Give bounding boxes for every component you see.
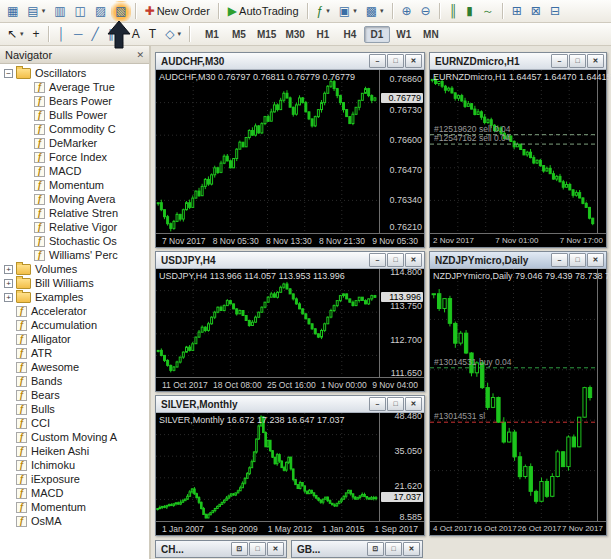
window-titlebar[interactable]: USDJPY,H4 – □ ✕ [156, 252, 424, 269]
navigator-item-ichimoku[interactable]: ƒIchimoku [0, 458, 149, 472]
navigator-item-bulls-power[interactable]: ƒBulls Power [0, 108, 149, 122]
timeframe-m30-button[interactable]: M30 [281, 26, 308, 43]
navigator-item-iexposure[interactable]: ƒiExposure [0, 472, 149, 486]
candlestick-chart-button[interactable]: ▮ [462, 1, 477, 22]
close-button[interactable]: ✕ [587, 253, 604, 267]
window-titlebar[interactable]: SILVER,Monthly – □ ✕ [156, 396, 424, 413]
expand-icon[interactable]: + [4, 279, 13, 288]
cascade-windows-button[interactable]: ⊠ [527, 1, 545, 22]
bar-chart-button[interactable]: ║ [445, 1, 462, 22]
zoom-out-button[interactable]: ⊖ [417, 1, 435, 22]
chart-window-nzdjpy[interactable]: NZDJPYmicro,Daily – □ ✕ #13014531 buy 0.… [429, 251, 607, 536]
market-watch-button[interactable]: ▥ [50, 1, 69, 22]
navigator-item-alligator[interactable]: ƒAlligator [0, 332, 149, 346]
expand-icon[interactable]: + [4, 293, 13, 302]
window-titlebar[interactable]: AUDCHF,M30 – □ ✕ [156, 53, 424, 70]
navigator-item-bands[interactable]: ƒBands [0, 374, 149, 388]
navigator-item-demarker[interactable]: ƒDeMarker [0, 136, 149, 150]
maximize-button[interactable]: □ [569, 54, 586, 68]
navigator-item-bears[interactable]: ƒBears [0, 388, 149, 402]
navigator-item-awesome[interactable]: ƒAwesome [0, 360, 149, 374]
navigator-item-macd[interactable]: ƒMACD [0, 486, 149, 500]
navigator-button[interactable]: ▧ [111, 1, 130, 22]
arrows-tool-button[interactable]: ◇▾ [161, 24, 185, 45]
navigator-item-atr[interactable]: ƒATR [0, 346, 149, 360]
maximize-button[interactable]: □ [385, 542, 402, 556]
chart-window-eurnzd[interactable]: EURNZDmicro,H1 – □ ✕ #12519620 sell 0.04… [429, 52, 607, 248]
zoom-in-button[interactable]: ⊕ [398, 1, 416, 22]
line-chart-button[interactable]: ～ [478, 1, 498, 22]
navigator-item-commodity-c[interactable]: ƒCommodity C [0, 122, 149, 136]
close-button[interactable]: ✕ [405, 54, 422, 68]
maximize-button[interactable]: □ [387, 54, 404, 68]
navigator-item-bill-williams[interactable]: +Bill Williams [0, 276, 149, 290]
navigator-item-relative-stren[interactable]: ƒRelative Stren [0, 206, 149, 220]
navigator-item-stochastic-os[interactable]: ƒStochastic Os [0, 234, 149, 248]
restore-button[interactable]: ⊡ [231, 542, 248, 556]
periods-button[interactable]: ▣▾ [335, 1, 361, 22]
timeframe-mn-button[interactable]: MN [418, 26, 444, 43]
navigator-item-macd[interactable]: ƒMACD [0, 164, 149, 178]
navigator-item-bulls[interactable]: ƒBulls [0, 402, 149, 416]
timeframe-d1-button[interactable]: D1 [364, 26, 390, 43]
crosshair-button[interactable]: + [29, 24, 44, 45]
window-titlebar[interactable]: NZDJPYmicro,Daily – □ ✕ [430, 252, 606, 269]
navigator-item-oscillators[interactable]: −Oscillators [0, 66, 149, 80]
navigator-item-heiken-ashi[interactable]: ƒHeiken Ashi [0, 444, 149, 458]
chart-window-audchf[interactable]: AUDCHF,M30 – □ ✕ AUDCHF,M30 0.76797 0.76… [155, 52, 425, 248]
new-order-button[interactable]: ✚New Order [141, 1, 214, 22]
profiles-button[interactable]: ▤▾ [23, 1, 49, 22]
navigator-item-accelerator[interactable]: ƒAccelerator [0, 304, 149, 318]
chart-plot[interactable]: AUDCHF,M30 0.76797 0.76811 0.76779 0.767… [156, 70, 379, 233]
navigator-item-accumulation[interactable]: ƒAccumulation [0, 318, 149, 332]
terminal-button[interactable]: ▨ [91, 1, 110, 22]
minimize-button[interactable]: – [369, 397, 386, 411]
arrange-icons-button[interactable]: ⊟ [546, 1, 564, 22]
close-icon[interactable]: ✕ [136, 50, 144, 60]
new-chart-button[interactable]: ▦ [3, 1, 22, 22]
text-label-button[interactable]: T [145, 24, 160, 45]
horizontal-line-button[interactable]: ─ [70, 24, 87, 45]
navigator-item-relative-vigor[interactable]: ƒRelative Vigor [0, 220, 149, 234]
minimize-button[interactable]: – [551, 54, 568, 68]
close-button[interactable]: ✕ [267, 542, 284, 556]
vertical-line-button[interactable]: │ [54, 24, 70, 45]
minimized-chart-window-1[interactable]: CH... ⊡ □ ✕ [155, 540, 287, 558]
minimize-button[interactable]: – [369, 54, 386, 68]
templates-button[interactable]: ▩▾ [362, 1, 388, 22]
candlestick-canvas[interactable]: #12519620 sell 0.04#12547162 sell 0.04 [430, 70, 597, 233]
minimize-button[interactable]: – [551, 253, 568, 267]
navigator-item-williams-perc[interactable]: ƒWilliams' Perc [0, 248, 149, 262]
text-button[interactable]: A [128, 24, 144, 45]
timeframe-h4-button[interactable]: H4 [337, 26, 363, 43]
maximize-button[interactable]: □ [569, 253, 586, 267]
navigator-item-force-index[interactable]: ƒForce Index [0, 150, 149, 164]
navigator-item-moving-avera[interactable]: ƒMoving Avera [0, 192, 149, 206]
timeframe-h1-button[interactable]: H1 [310, 26, 336, 43]
indicators-button[interactable]: ƒ▾ [313, 1, 334, 22]
chart-window-silver[interactable]: SILVER,Monthly – □ ✕ SILVER,Monthly 16.6… [155, 395, 425, 536]
close-button[interactable]: ✕ [587, 54, 604, 68]
navigator-item-custom-moving-a[interactable]: ƒCustom Moving A [0, 430, 149, 444]
navigator-item-momentum[interactable]: ƒMomentum [0, 500, 149, 514]
chart-plot[interactable]: USDJPY,H4 113.966 114.057 113.953 113.99… [156, 269, 379, 377]
autotrading-button[interactable]: ▶AutoTrading [224, 1, 303, 22]
chart-window-usdjpy[interactable]: USDJPY,H4 – □ ✕ USDJPY,H4 113.966 114.05… [155, 251, 425, 392]
timeframe-m1-button[interactable]: M1 [199, 26, 225, 43]
timeframe-m5-button[interactable]: M5 [226, 26, 252, 43]
close-button[interactable]: ✕ [403, 542, 420, 556]
navigator-item-osma[interactable]: ƒOsMA [0, 514, 149, 528]
navigator-item-volumes[interactable]: +Volumes [0, 262, 149, 276]
candlestick-canvas[interactable]: #13014531 buy 0.04#13014531 sl [430, 269, 597, 521]
collapse-icon[interactable]: − [4, 69, 13, 78]
maximize-button[interactable]: □ [387, 253, 404, 267]
minimized-chart-window-2[interactable]: GB... ⊡ □ ✕ [291, 540, 423, 558]
channel-button[interactable]: ∥ [104, 24, 118, 45]
expand-icon[interactable]: + [4, 265, 13, 274]
candlestick-canvas[interactable] [156, 413, 379, 521]
chart-plot[interactable]: #12519620 sell 0.04#12547162 sell 0.04 E… [430, 70, 597, 233]
navigator-item-average-true[interactable]: ƒAverage True [0, 80, 149, 94]
timeframe-w1-button[interactable]: W1 [391, 26, 417, 43]
maximize-button[interactable]: □ [249, 542, 266, 556]
chart-plot[interactable]: #13014531 buy 0.04#13014531 sl NZDJPYmic… [430, 269, 597, 521]
